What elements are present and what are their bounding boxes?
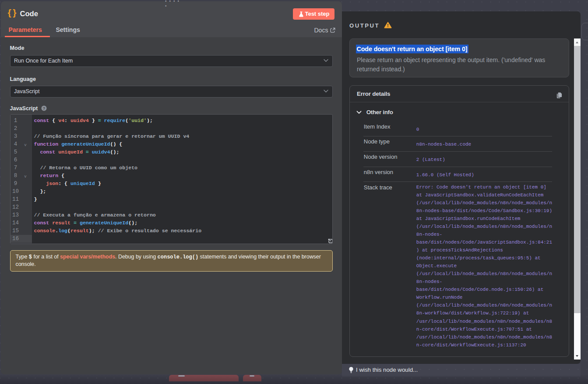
svg-text:?: ? [42,106,45,111]
